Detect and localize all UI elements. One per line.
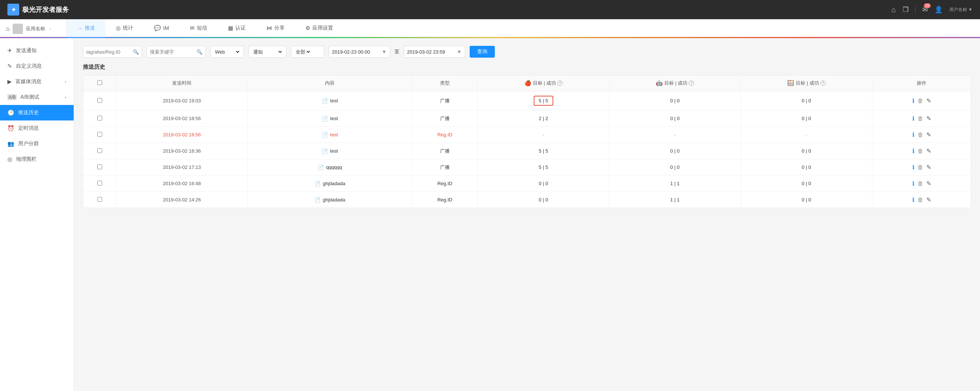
date-to-input[interactable]: ▼	[404, 46, 465, 58]
app-selector[interactable]: ⌂ 应用名称 ›	[0, 19, 67, 38]
row-content: 📄ghjdadada	[251, 197, 409, 203]
delete-button[interactable]: 🗑	[918, 98, 923, 104]
row-time-cell: 2019-03-02 18:56	[116, 111, 248, 127]
row-type-cell: Reg.ID	[412, 192, 478, 208]
delete-button[interactable]: 🗑	[918, 131, 923, 138]
ab-test-icon: A/B	[7, 94, 17, 100]
select-all-checkbox[interactable]	[97, 80, 102, 85]
row-ios-cell: 5 | 5	[478, 143, 609, 159]
tag-input-field[interactable]	[86, 49, 130, 55]
nav-item-push[interactable]: → 推送	[67, 19, 105, 38]
row-time-cell: 2019-03-02 16:48	[116, 176, 248, 192]
sidebar-item-send-notify[interactable]: ✈ 发送通知	[0, 43, 74, 59]
mail-badge: 29	[924, 3, 931, 8]
row-type-cell: 广播	[412, 91, 478, 111]
row-action-cell: ℹ 🗑 ✎	[872, 111, 971, 127]
edit-button[interactable]: ✎	[926, 196, 931, 203]
nav-item-auth[interactable]: ▦ 认证	[218, 19, 256, 38]
row-checkbox[interactable]	[97, 181, 102, 185]
delete-button[interactable]: 🗑	[918, 180, 923, 187]
sidebar-item-user-segment[interactable]: 👥 用户分群	[0, 136, 74, 152]
info-button[interactable]: ℹ	[912, 164, 915, 171]
date-to-field[interactable]	[407, 49, 455, 55]
date-from-field[interactable]	[332, 49, 380, 55]
nav-label-sms: 短信	[197, 25, 207, 32]
edit-button[interactable]: ✎	[926, 164, 931, 171]
sidebar-label-scheduled-msg: 定时消息	[18, 125, 39, 131]
row-type: 广播	[440, 148, 450, 154]
status-dropdown[interactable]: 全部 成功 失败	[294, 49, 311, 55]
top-bar-right: ⌂ ❒ ✉ 29 👤 用户名称 ▼	[891, 6, 973, 14]
table-header-row: 发送时间 内容 类型 🍎 目标 | 成功 ? 🤖	[83, 75, 971, 91]
row-checkbox-cell	[83, 111, 116, 127]
row-checkbox[interactable]	[97, 148, 102, 153]
sidebar-item-push-history[interactable]: 🕐 推送历史	[0, 105, 74, 120]
row-time: 2019-03-02 16:48	[163, 181, 201, 186]
ios-help-icon[interactable]: ?	[557, 81, 563, 86]
home-icon[interactable]: ⌂	[891, 6, 896, 14]
type-dropdown[interactable]: 通知 自定义消息 富媒体	[252, 49, 283, 55]
content-link[interactable]: test	[330, 132, 338, 138]
cube-icon[interactable]: ❒	[903, 6, 908, 14]
keyword-filter-input[interactable]: 🔍	[146, 46, 206, 58]
delete-button[interactable]: 🗑	[918, 148, 923, 155]
edit-button[interactable]: ✎	[926, 147, 931, 155]
content-text: test	[330, 98, 338, 103]
filter-bar: 🔍 🔍 Web iOS Android Windows 通知 自定义消息 富媒体	[83, 46, 971, 58]
nav-item-im[interactable]: 💬 IM	[143, 19, 180, 38]
row-checkbox[interactable]	[97, 116, 102, 120]
delete-button[interactable]: 🗑	[918, 196, 923, 203]
android-icon: 🤖	[656, 80, 663, 87]
info-button[interactable]: ℹ	[912, 147, 915, 155]
sms-icon: ✉	[190, 25, 195, 32]
scheduled-msg-icon: ⏰	[7, 125, 14, 131]
nav-item-share[interactable]: ⋈ 分享	[256, 19, 295, 38]
sidebar-item-custom-msg[interactable]: ✎ 自定义消息	[0, 59, 74, 74]
row-windows-cell: 0 | 0	[741, 192, 872, 208]
date-from-input[interactable]: ▼	[329, 46, 390, 58]
user-name[interactable]: 用户名称 ▼	[949, 7, 973, 13]
sidebar-item-geofence[interactable]: ◎ 地理围栏	[0, 152, 74, 167]
ios-stats-label: 目标 | 成功	[533, 80, 556, 87]
query-button[interactable]: 查询	[469, 46, 495, 58]
sidebar-item-scheduled-msg[interactable]: ⏰ 定时消息	[0, 120, 74, 136]
row-type: Reg.ID	[438, 197, 452, 203]
nav-item-stats[interactable]: ◎ 统计	[105, 19, 143, 38]
platform-dropdown[interactable]: Web iOS Android Windows	[213, 49, 240, 55]
row-checkbox[interactable]	[97, 197, 102, 202]
edit-button[interactable]: ✎	[926, 180, 931, 187]
user-avatar-icon[interactable]: 👤	[934, 6, 943, 14]
keyword-input-field[interactable]	[150, 49, 194, 55]
mail-icon[interactable]: ✉ 29	[922, 6, 928, 14]
status-select[interactable]: 全部 成功 失败	[291, 46, 324, 58]
edit-button[interactable]: ✎	[926, 115, 931, 122]
row-action-cell: ℹ 🗑 ✎	[872, 176, 971, 192]
info-button[interactable]: ℹ	[912, 196, 915, 203]
sidebar-item-ab-test[interactable]: A/B A/B测试 ›	[0, 89, 74, 105]
edit-button[interactable]: ✎	[926, 131, 931, 138]
header-type: 类型	[412, 75, 478, 91]
sidebar: ✈ 发送通知 ✎ 自定义消息 ▶ 富媒体消息 › A/B A/B测试 › 🕐 推…	[0, 38, 74, 391]
android-help-icon[interactable]: ?	[689, 81, 694, 86]
row-action-cell: ℹ 🗑 ✎	[872, 91, 971, 111]
delete-button[interactable]: 🗑	[918, 115, 923, 122]
sidebar-item-rich-media[interactable]: ▶ 富媒体消息 ›	[0, 74, 74, 89]
row-checkbox[interactable]	[97, 132, 102, 137]
tag-filter-input[interactable]: 🔍	[83, 46, 142, 58]
row-checkbox[interactable]	[97, 98, 102, 103]
row-type: Reg.ID	[438, 132, 452, 138]
ios-stats: 0 | 0	[539, 197, 548, 203]
type-select[interactable]: 通知 自定义消息 富媒体	[248, 46, 286, 58]
windows-help-icon[interactable]: ?	[821, 81, 826, 86]
nav-item-settings[interactable]: ⚙ 应用设置	[295, 19, 344, 38]
delete-button[interactable]: 🗑	[918, 164, 923, 171]
info-button[interactable]: ℹ	[912, 180, 915, 187]
platform-select[interactable]: Web iOS Android Windows	[210, 46, 244, 58]
row-checkbox[interactable]	[97, 165, 102, 169]
nav-item-sms[interactable]: ✉ 短信	[180, 19, 218, 38]
info-button[interactable]: ℹ	[912, 115, 915, 122]
row-type-cell: 广播	[412, 159, 478, 176]
edit-button[interactable]: ✎	[926, 97, 931, 104]
info-button[interactable]: ℹ	[912, 131, 915, 138]
info-button[interactable]: ℹ	[912, 97, 915, 104]
